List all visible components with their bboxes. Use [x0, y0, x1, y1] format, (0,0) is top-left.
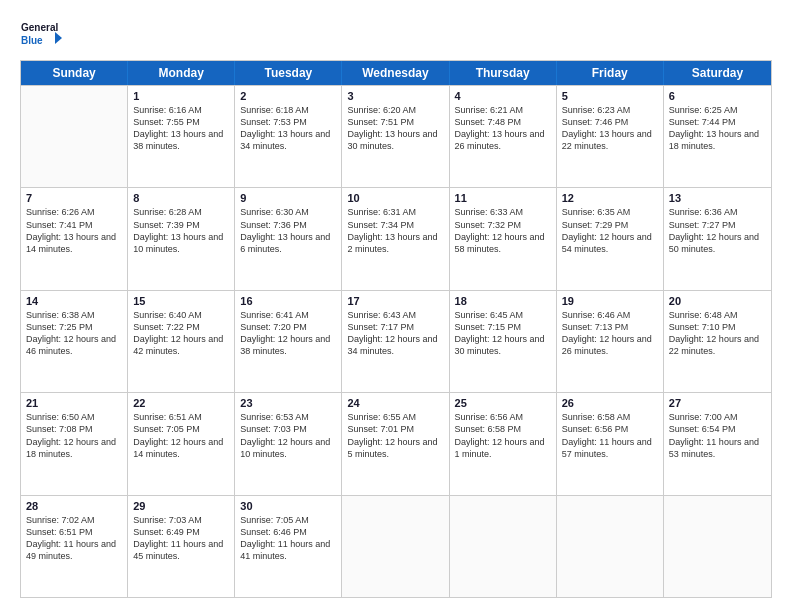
- cell-info: Sunset: 7:46 PM: [562, 116, 658, 128]
- calendar-row: 28Sunrise: 7:02 AMSunset: 6:51 PMDayligh…: [21, 495, 771, 597]
- day-number: 9: [240, 192, 336, 204]
- weekday-header: Friday: [557, 61, 664, 85]
- cell-info: Sunrise: 6:28 AM: [133, 206, 229, 218]
- cell-info: Sunset: 7:25 PM: [26, 321, 122, 333]
- cell-info: Sunset: 7:39 PM: [133, 219, 229, 231]
- cell-info: Daylight: 12 hours and 26 minutes.: [562, 333, 658, 357]
- weekday-header: Wednesday: [342, 61, 449, 85]
- cell-info: Sunrise: 6:38 AM: [26, 309, 122, 321]
- svg-marker-3: [55, 32, 62, 44]
- cell-info: Sunset: 7:44 PM: [669, 116, 766, 128]
- cell-info: Daylight: 13 hours and 14 minutes.: [26, 231, 122, 255]
- calendar-cell: 4Sunrise: 6:21 AMSunset: 7:48 PMDaylight…: [450, 86, 557, 187]
- weekday-header: Saturday: [664, 61, 771, 85]
- cell-info: Sunrise: 6:43 AM: [347, 309, 443, 321]
- calendar-cell: 19Sunrise: 6:46 AMSunset: 7:13 PMDayligh…: [557, 291, 664, 392]
- cell-info: Daylight: 12 hours and 42 minutes.: [133, 333, 229, 357]
- calendar-cell: [557, 496, 664, 597]
- calendar-cell: 26Sunrise: 6:58 AMSunset: 6:56 PMDayligh…: [557, 393, 664, 494]
- cell-info: Daylight: 12 hours and 58 minutes.: [455, 231, 551, 255]
- cell-info: Sunset: 7:34 PM: [347, 219, 443, 231]
- cell-info: Sunset: 6:51 PM: [26, 526, 122, 538]
- svg-text:Blue: Blue: [21, 35, 43, 46]
- calendar-row: 1Sunrise: 6:16 AMSunset: 7:55 PMDaylight…: [21, 85, 771, 187]
- day-number: 30: [240, 500, 336, 512]
- day-number: 10: [347, 192, 443, 204]
- calendar-cell: 12Sunrise: 6:35 AMSunset: 7:29 PMDayligh…: [557, 188, 664, 289]
- day-number: 18: [455, 295, 551, 307]
- cell-info: Sunset: 7:48 PM: [455, 116, 551, 128]
- cell-info: Sunset: 7:51 PM: [347, 116, 443, 128]
- header: General Blue: [20, 18, 772, 50]
- day-number: 6: [669, 90, 766, 102]
- calendar-header: SundayMondayTuesdayWednesdayThursdayFrid…: [21, 61, 771, 85]
- cell-info: Daylight: 12 hours and 54 minutes.: [562, 231, 658, 255]
- calendar-cell: 18Sunrise: 6:45 AMSunset: 7:15 PMDayligh…: [450, 291, 557, 392]
- cell-info: Daylight: 13 hours and 18 minutes.: [669, 128, 766, 152]
- cell-info: Sunrise: 6:46 AM: [562, 309, 658, 321]
- calendar-cell: 24Sunrise: 6:55 AMSunset: 7:01 PMDayligh…: [342, 393, 449, 494]
- calendar: SundayMondayTuesdayWednesdayThursdayFrid…: [20, 60, 772, 598]
- cell-info: Daylight: 13 hours and 30 minutes.: [347, 128, 443, 152]
- cell-info: Sunset: 6:49 PM: [133, 526, 229, 538]
- cell-info: Sunrise: 6:41 AM: [240, 309, 336, 321]
- calendar-cell: 30Sunrise: 7:05 AMSunset: 6:46 PMDayligh…: [235, 496, 342, 597]
- cell-info: Daylight: 12 hours and 46 minutes.: [26, 333, 122, 357]
- weekday-header: Tuesday: [235, 61, 342, 85]
- cell-info: Sunrise: 6:48 AM: [669, 309, 766, 321]
- day-number: 5: [562, 90, 658, 102]
- cell-info: Sunrise: 6:50 AM: [26, 411, 122, 423]
- day-number: 12: [562, 192, 658, 204]
- cell-info: Sunrise: 6:36 AM: [669, 206, 766, 218]
- cell-info: Sunrise: 6:18 AM: [240, 104, 336, 116]
- calendar-cell: 1Sunrise: 6:16 AMSunset: 7:55 PMDaylight…: [128, 86, 235, 187]
- day-number: 3: [347, 90, 443, 102]
- calendar-cell: 20Sunrise: 6:48 AMSunset: 7:10 PMDayligh…: [664, 291, 771, 392]
- cell-info: Daylight: 12 hours and 50 minutes.: [669, 231, 766, 255]
- cell-info: Sunset: 7:32 PM: [455, 219, 551, 231]
- cell-info: Daylight: 12 hours and 34 minutes.: [347, 333, 443, 357]
- cell-info: Daylight: 13 hours and 22 minutes.: [562, 128, 658, 152]
- calendar-cell: 15Sunrise: 6:40 AMSunset: 7:22 PMDayligh…: [128, 291, 235, 392]
- cell-info: Sunrise: 6:25 AM: [669, 104, 766, 116]
- day-number: 24: [347, 397, 443, 409]
- cell-info: Sunrise: 6:33 AM: [455, 206, 551, 218]
- day-number: 14: [26, 295, 122, 307]
- weekday-header: Thursday: [450, 61, 557, 85]
- day-number: 8: [133, 192, 229, 204]
- cell-info: Sunset: 7:17 PM: [347, 321, 443, 333]
- day-number: 28: [26, 500, 122, 512]
- logo: General Blue: [20, 18, 62, 50]
- cell-info: Sunset: 7:55 PM: [133, 116, 229, 128]
- cell-info: Daylight: 11 hours and 49 minutes.: [26, 538, 122, 562]
- calendar-row: 21Sunrise: 6:50 AMSunset: 7:08 PMDayligh…: [21, 392, 771, 494]
- calendar-cell: 23Sunrise: 6:53 AMSunset: 7:03 PMDayligh…: [235, 393, 342, 494]
- cell-info: Sunrise: 6:26 AM: [26, 206, 122, 218]
- calendar-cell: 16Sunrise: 6:41 AMSunset: 7:20 PMDayligh…: [235, 291, 342, 392]
- day-number: 1: [133, 90, 229, 102]
- calendar-cell: 25Sunrise: 6:56 AMSunset: 6:58 PMDayligh…: [450, 393, 557, 494]
- cell-info: Sunrise: 6:58 AM: [562, 411, 658, 423]
- calendar-cell: 6Sunrise: 6:25 AMSunset: 7:44 PMDaylight…: [664, 86, 771, 187]
- logo-svg: General Blue: [20, 18, 62, 50]
- day-number: 29: [133, 500, 229, 512]
- day-number: 17: [347, 295, 443, 307]
- day-number: 2: [240, 90, 336, 102]
- calendar-cell: 2Sunrise: 6:18 AMSunset: 7:53 PMDaylight…: [235, 86, 342, 187]
- day-number: 21: [26, 397, 122, 409]
- cell-info: Sunrise: 6:53 AM: [240, 411, 336, 423]
- cell-info: Sunset: 7:03 PM: [240, 423, 336, 435]
- calendar-cell: 11Sunrise: 6:33 AMSunset: 7:32 PMDayligh…: [450, 188, 557, 289]
- cell-info: Sunset: 7:36 PM: [240, 219, 336, 231]
- calendar-cell: [21, 86, 128, 187]
- calendar-cell: 7Sunrise: 6:26 AMSunset: 7:41 PMDaylight…: [21, 188, 128, 289]
- cell-info: Daylight: 13 hours and 6 minutes.: [240, 231, 336, 255]
- cell-info: Sunrise: 6:31 AM: [347, 206, 443, 218]
- cell-info: Sunset: 7:29 PM: [562, 219, 658, 231]
- calendar-body: 1Sunrise: 6:16 AMSunset: 7:55 PMDaylight…: [21, 85, 771, 597]
- day-number: 15: [133, 295, 229, 307]
- cell-info: Daylight: 13 hours and 26 minutes.: [455, 128, 551, 152]
- cell-info: Sunset: 7:20 PM: [240, 321, 336, 333]
- cell-info: Sunset: 7:27 PM: [669, 219, 766, 231]
- calendar-row: 7Sunrise: 6:26 AMSunset: 7:41 PMDaylight…: [21, 187, 771, 289]
